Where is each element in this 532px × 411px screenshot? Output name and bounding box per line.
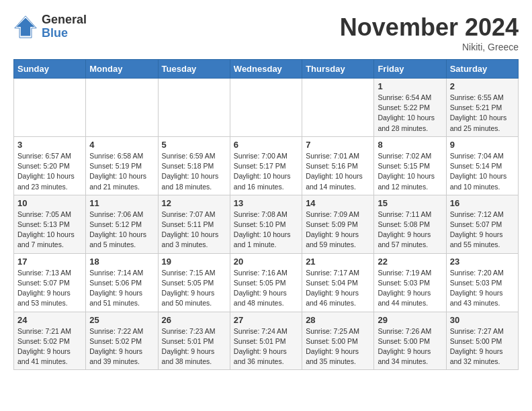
- calendar-cell: 6Sunrise: 7:00 AM Sunset: 5:17 PM Daylig…: [230, 136, 302, 195]
- calendar-week-row: 1Sunrise: 6:54 AM Sunset: 5:22 PM Daylig…: [14, 79, 519, 137]
- calendar-cell: 15Sunrise: 7:11 AM Sunset: 5:08 PM Dayli…: [374, 195, 446, 253]
- day-info: Sunrise: 7:02 AM Sunset: 5:15 PM Dayligh…: [378, 151, 442, 192]
- weekday-header-sunday: Sunday: [14, 60, 86, 79]
- day-info: Sunrise: 7:12 AM Sunset: 5:07 PM Dayligh…: [450, 210, 515, 250]
- day-info: Sunrise: 6:55 AM Sunset: 5:21 PM Dayligh…: [450, 93, 515, 134]
- weekday-header-saturday: Saturday: [446, 60, 518, 79]
- day-number: 17: [17, 257, 82, 267]
- day-info: Sunrise: 7:04 AM Sunset: 5:14 PM Dayligh…: [450, 151, 515, 192]
- day-number: 12: [162, 198, 226, 208]
- day-info: Sunrise: 7:11 AM Sunset: 5:08 PM Dayligh…: [378, 210, 442, 250]
- day-number: 25: [89, 315, 154, 325]
- calendar-cell: [230, 79, 302, 137]
- day-info: Sunrise: 7:25 AM Sunset: 5:00 PM Dayligh…: [306, 326, 370, 367]
- calendar-table: SundayMondayTuesdayWednesdayThursdayFrid…: [13, 59, 519, 370]
- calendar-cell: 8Sunrise: 7:02 AM Sunset: 5:15 PM Daylig…: [374, 136, 446, 195]
- calendar-cell: 29Sunrise: 7:26 AM Sunset: 5:00 PM Dayli…: [374, 312, 446, 370]
- calendar-cell: 3Sunrise: 6:57 AM Sunset: 5:20 PM Daylig…: [14, 136, 86, 195]
- day-info: Sunrise: 7:14 AM Sunset: 5:06 PM Dayligh…: [89, 268, 154, 309]
- calendar-cell: 21Sunrise: 7:17 AM Sunset: 5:04 PM Dayli…: [302, 253, 374, 312]
- calendar-week-row: 17Sunrise: 7:13 AM Sunset: 5:07 PM Dayli…: [14, 253, 519, 312]
- day-number: 22: [378, 257, 442, 267]
- calendar-cell: 23Sunrise: 7:20 AM Sunset: 5:03 PM Dayli…: [446, 253, 518, 312]
- calendar-cell: [302, 79, 374, 137]
- calendar-cell: 10Sunrise: 7:05 AM Sunset: 5:13 PM Dayli…: [14, 195, 86, 253]
- day-info: Sunrise: 7:27 AM Sunset: 5:00 PM Dayligh…: [450, 326, 515, 367]
- calendar-cell: 20Sunrise: 7:16 AM Sunset: 5:05 PM Dayli…: [230, 253, 302, 312]
- day-info: Sunrise: 6:58 AM Sunset: 5:19 PM Dayligh…: [89, 151, 154, 192]
- day-info: Sunrise: 6:59 AM Sunset: 5:18 PM Dayligh…: [162, 151, 226, 192]
- day-info: Sunrise: 6:57 AM Sunset: 5:20 PM Dayligh…: [17, 151, 82, 192]
- calendar-cell: 27Sunrise: 7:24 AM Sunset: 5:01 PM Dayli…: [230, 312, 302, 370]
- calendar-cell: 5Sunrise: 6:59 AM Sunset: 5:18 PM Daylig…: [158, 136, 230, 195]
- calendar-cell: 22Sunrise: 7:19 AM Sunset: 5:03 PM Dayli…: [374, 253, 446, 312]
- calendar-cell: [158, 79, 230, 137]
- calendar-cell: 30Sunrise: 7:27 AM Sunset: 5:00 PM Dayli…: [446, 312, 518, 370]
- calendar-week-row: 24Sunrise: 7:21 AM Sunset: 5:02 PM Dayli…: [14, 312, 519, 370]
- day-number: 19: [162, 257, 226, 267]
- calendar-cell: 24Sunrise: 7:21 AM Sunset: 5:02 PM Dayli…: [14, 312, 86, 370]
- weekday-header-friday: Friday: [374, 60, 446, 79]
- day-info: Sunrise: 7:15 AM Sunset: 5:05 PM Dayligh…: [162, 268, 226, 309]
- day-number: 14: [306, 198, 370, 208]
- day-number: 30: [450, 315, 515, 325]
- logo-blue-text: Blue: [42, 27, 87, 40]
- day-info: Sunrise: 7:08 AM Sunset: 5:10 PM Dayligh…: [234, 210, 298, 250]
- day-number: 16: [450, 198, 515, 208]
- logo: General Blue: [13, 13, 87, 40]
- day-number: 2: [450, 81, 515, 91]
- day-info: Sunrise: 7:06 AM Sunset: 5:12 PM Dayligh…: [89, 210, 154, 250]
- day-info: Sunrise: 6:54 AM Sunset: 5:22 PM Dayligh…: [378, 93, 442, 134]
- day-number: 23: [450, 257, 515, 267]
- day-number: 1: [378, 81, 442, 91]
- day-info: Sunrise: 7:05 AM Sunset: 5:13 PM Dayligh…: [17, 210, 82, 250]
- day-info: Sunrise: 7:16 AM Sunset: 5:05 PM Dayligh…: [234, 268, 298, 309]
- title-block: November 2024 Nikiti, Greece: [340, 13, 519, 52]
- day-info: Sunrise: 7:21 AM Sunset: 5:02 PM Dayligh…: [17, 326, 82, 367]
- calendar-cell: 4Sunrise: 6:58 AM Sunset: 5:19 PM Daylig…: [86, 136, 158, 195]
- calendar-body: 1Sunrise: 6:54 AM Sunset: 5:22 PM Daylig…: [14, 79, 519, 370]
- day-number: 29: [378, 315, 442, 325]
- calendar-cell: 19Sunrise: 7:15 AM Sunset: 5:05 PM Dayli…: [158, 253, 230, 312]
- weekday-header-thursday: Thursday: [302, 60, 374, 79]
- day-info: Sunrise: 7:19 AM Sunset: 5:03 PM Dayligh…: [378, 268, 442, 309]
- day-number: 8: [378, 140, 442, 150]
- calendar-cell: 1Sunrise: 6:54 AM Sunset: 5:22 PM Daylig…: [374, 79, 446, 137]
- day-info: Sunrise: 7:26 AM Sunset: 5:00 PM Dayligh…: [378, 326, 442, 367]
- day-info: Sunrise: 7:07 AM Sunset: 5:11 PM Dayligh…: [162, 210, 226, 250]
- day-number: 18: [89, 257, 154, 267]
- day-info: Sunrise: 7:20 AM Sunset: 5:03 PM Dayligh…: [450, 268, 515, 309]
- day-number: 15: [378, 198, 442, 208]
- day-number: 3: [17, 140, 82, 150]
- calendar-cell: 13Sunrise: 7:08 AM Sunset: 5:10 PM Dayli…: [230, 195, 302, 253]
- weekday-header-row: SundayMondayTuesdayWednesdayThursdayFrid…: [14, 60, 519, 79]
- calendar-header: SundayMondayTuesdayWednesdayThursdayFrid…: [14, 60, 519, 79]
- day-number: 11: [89, 198, 154, 208]
- calendar-cell: 11Sunrise: 7:06 AM Sunset: 5:12 PM Dayli…: [86, 195, 158, 253]
- day-number: 10: [17, 198, 82, 208]
- day-number: 24: [17, 315, 82, 325]
- calendar-cell: 14Sunrise: 7:09 AM Sunset: 5:09 PM Dayli…: [302, 195, 374, 253]
- page-header: General Blue November 2024 Nikiti, Greec…: [13, 13, 519, 52]
- calendar-cell: 28Sunrise: 7:25 AM Sunset: 5:00 PM Dayli…: [302, 312, 374, 370]
- day-number: 28: [306, 315, 370, 325]
- calendar-cell: 25Sunrise: 7:22 AM Sunset: 5:02 PM Dayli…: [86, 312, 158, 370]
- calendar-cell: 9Sunrise: 7:04 AM Sunset: 5:14 PM Daylig…: [446, 136, 518, 195]
- day-number: 13: [234, 198, 298, 208]
- month-title: November 2024: [340, 13, 519, 42]
- day-info: Sunrise: 7:24 AM Sunset: 5:01 PM Dayligh…: [234, 326, 298, 367]
- day-number: 7: [306, 140, 370, 150]
- day-info: Sunrise: 7:13 AM Sunset: 5:07 PM Dayligh…: [17, 268, 82, 309]
- calendar-cell: 12Sunrise: 7:07 AM Sunset: 5:11 PM Dayli…: [158, 195, 230, 253]
- logo-icon: [13, 15, 38, 39]
- weekday-header-tuesday: Tuesday: [158, 60, 230, 79]
- calendar-week-row: 10Sunrise: 7:05 AM Sunset: 5:13 PM Dayli…: [14, 195, 519, 253]
- weekday-header-wednesday: Wednesday: [230, 60, 302, 79]
- weekday-header-monday: Monday: [86, 60, 158, 79]
- calendar-week-row: 3Sunrise: 6:57 AM Sunset: 5:20 PM Daylig…: [14, 136, 519, 195]
- day-number: 20: [234, 257, 298, 267]
- day-number: 5: [162, 140, 226, 150]
- day-number: 21: [306, 257, 370, 267]
- calendar-cell: 18Sunrise: 7:14 AM Sunset: 5:06 PM Dayli…: [86, 253, 158, 312]
- calendar-cell: 26Sunrise: 7:23 AM Sunset: 5:01 PM Dayli…: [158, 312, 230, 370]
